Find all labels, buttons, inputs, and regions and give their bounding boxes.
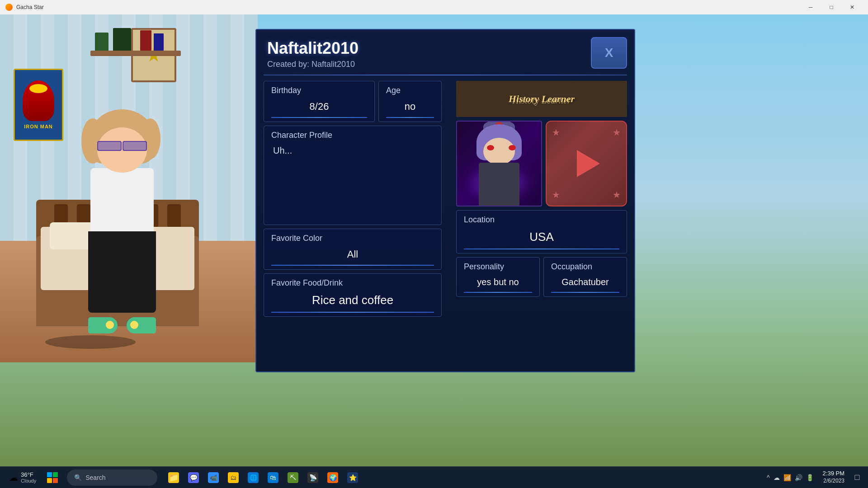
location-label: Location [464, 215, 619, 225]
tray-chevron-up[interactable]: ^ [767, 474, 770, 481]
zoom-icon: 📹 [208, 472, 219, 483]
achievement-text: History Learner [509, 93, 575, 105]
created-by: Created by: Naftalit2010 [267, 60, 623, 69]
start-button[interactable] [42, 469, 63, 487]
window-controls: ─ □ ✕ [800, 0, 863, 14]
app-icon [5, 4, 13, 11]
taskbar-icon-edge[interactable]: 🌐 [244, 469, 262, 487]
character-shadow [45, 335, 136, 349]
taskbar-icon-hotspot[interactable]: 📡 [304, 469, 322, 487]
files-icon: 🗂 [228, 472, 239, 483]
personality-underline [464, 292, 532, 293]
favorite-food-field: Favorite Food/Drink Rice and coffee [264, 273, 442, 317]
taskbar-icon-game[interactable]: ⭐ [344, 469, 362, 487]
location-field: Location USA [456, 210, 627, 253]
age-underline [386, 117, 434, 118]
age-field: Age no [378, 81, 442, 122]
notification-button[interactable]: □ [850, 469, 864, 487]
taskbar-icon-zoom[interactable]: 📹 [204, 469, 222, 487]
taskbar-icon-files[interactable]: 🗂 [224, 469, 242, 487]
tray-sound-icon[interactable]: 🔊 [795, 474, 802, 481]
occupation-label: Occupation [551, 262, 619, 272]
tray-cloud-icon[interactable]: ☁ [774, 474, 780, 481]
character-slipper-left [88, 317, 118, 333]
taskbar-search-label: Search [85, 474, 105, 481]
character-slippers [88, 317, 156, 334]
poster-label: IRON MAN [24, 124, 53, 129]
taskbar-clock[interactable]: 2:39 PM 2/6/2023 [819, 470, 848, 484]
play-star-bottom-left: ★ [552, 189, 560, 200]
portrait-play-row: ★ ★ [456, 121, 627, 206]
discord-icon: 💬 [188, 472, 199, 483]
play-button[interactable]: ★ ★ [546, 121, 627, 206]
favorite-food-row: Favorite Food/Drink Rice and coffee [264, 273, 442, 317]
notification-icon: □ [855, 473, 860, 482]
tray-battery-icon[interactable]: 🔋 [806, 474, 814, 481]
taskbar-icon-store[interactable]: 🛍 [264, 469, 282, 487]
weather-widget[interactable]: ☁ 36°F Cloudy [4, 471, 42, 483]
game-background: IRON MAN ★ [0, 14, 868, 470]
character-body [81, 109, 163, 335]
close-window-button[interactable]: ✕ [842, 0, 863, 14]
portrait-character [470, 124, 528, 206]
portrait-body [479, 163, 519, 206]
favorite-food-underline [271, 312, 434, 313]
taskbar-icon-discord[interactable]: 💬 [184, 469, 203, 487]
tray-wifi-icon[interactable]: 📶 [783, 474, 791, 481]
taskbar: ☁ 36°F Cloudy 🔍 Search 📁 💬 📹 🗂 [0, 466, 868, 488]
taskbar-icon-minecraft[interactable]: ⛏ [284, 469, 302, 487]
maximize-button[interactable]: □ [821, 0, 842, 14]
favorite-color-label: Favorite Color [271, 234, 434, 243]
modal-close-button[interactable]: X [591, 37, 627, 69]
win-pane-3 [47, 478, 52, 483]
play-icon [573, 150, 600, 177]
title-bar: Gacha Star ─ □ ✕ [0, 0, 868, 14]
weather-temperature: 36°F [21, 471, 36, 478]
birthday-age-row: Birthday 8/26 Age no [264, 81, 442, 122]
hotspot-icon: 📡 [307, 472, 318, 483]
portrait-eye-right [509, 145, 516, 150]
favorite-color-value: All [271, 245, 434, 262]
system-tray-icons: ^ ☁ 📶 🔊 🔋 [763, 474, 817, 481]
browser-2-icon: 🌍 [327, 472, 338, 483]
modal-body: Birthday 8/26 Age no Character Profile U… [256, 75, 634, 363]
achievement-banner: History Learner [456, 81, 627, 117]
taskbar-right: ^ ☁ 📶 🔊 🔋 2:39 PM 2/6/2023 □ [763, 469, 864, 487]
character-profile-label: Character Profile [271, 131, 434, 140]
win-pane-2 [53, 472, 58, 477]
character-slipper-right [127, 317, 156, 333]
occupation-field: Occupation Gachatuber [543, 257, 627, 297]
character-profile-value: Uh... [271, 142, 434, 214]
iron-man-poster: IRON MAN [14, 69, 63, 141]
taskbar-search[interactable]: 🔍 Search [67, 469, 157, 486]
taskbar-pinned-apps: 📁 💬 📹 🗂 🌐 🛍 ⛏ 📡 🌍 ⭐ [165, 469, 362, 487]
minimize-button[interactable]: ─ [800, 0, 821, 14]
store-icon: 🛍 [268, 472, 278, 483]
weather-description: Cloudy [21, 478, 36, 483]
room-background: IRON MAN ★ [0, 14, 258, 362]
minecraft-icon: ⛏ [288, 472, 298, 483]
birthday-value: 8/26 [271, 97, 367, 114]
occupation-value: Gachatuber [551, 273, 619, 289]
taskbar-icon-browser-2[interactable]: 🌍 [324, 469, 342, 487]
character-glasses [95, 141, 149, 150]
play-star-top-right: ★ [613, 127, 621, 138]
personality-occupation-row: Personality yes but no Occupation Gachat… [456, 257, 627, 297]
personality-value: yes but no [464, 273, 532, 289]
character-profile-field: Character Profile Uh... [264, 126, 442, 225]
taskbar-icon-explorer[interactable]: 📁 [165, 469, 183, 487]
iron-man-figure [23, 80, 54, 121]
location-underline [464, 249, 619, 249]
clock-time: 2:39 PM [823, 470, 844, 478]
app-title: Gacha Star [16, 4, 800, 10]
favorite-food-value: Rice and coffee [271, 290, 434, 309]
portrait-face [483, 138, 515, 165]
game-icon: ⭐ [347, 472, 358, 483]
favorite-food-label: Favorite Food/Drink [271, 278, 434, 288]
occupation-underline [551, 292, 619, 293]
character [72, 109, 172, 335]
character-portrait [456, 121, 542, 206]
book-1 [140, 30, 151, 51]
modal-right-column: History Learner [449, 75, 634, 363]
shelf [90, 51, 181, 56]
